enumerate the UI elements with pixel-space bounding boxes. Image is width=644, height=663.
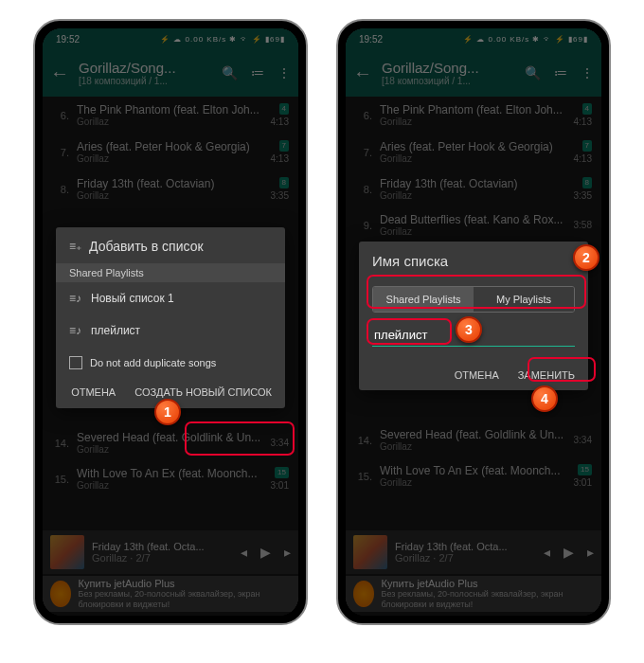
playlist-icon: ≡♪ (69, 324, 81, 337)
annotation-badge-3: 3 (456, 316, 482, 343)
dialog-title: Имя списка (372, 253, 448, 269)
replace-button[interactable]: ЗАМЕНИТЬ (518, 369, 575, 381)
playlist-item[interactable]: ≡♪Новый список 1 (56, 282, 285, 314)
cancel-button[interactable]: ОТМЕНА (455, 369, 499, 381)
playlist-icon: ≡♪ (69, 292, 81, 305)
checkbox-row[interactable]: Do not add duplicate songs (56, 347, 285, 379)
add-to-playlist-dialog: ≡₊Добавить в список Shared Playlists ≡♪Н… (56, 227, 285, 408)
phone-left: 19:52 ⚡ ☁ 0.00 KB/s ✱ ᯤ ⚡ ▮69▮ ← Gorilla… (33, 19, 308, 625)
cancel-button[interactable]: ОТМЕНА (71, 386, 116, 399)
screen: 19:52 ⚡ ☁ 0.00 KB/s ✱ ᯤ ⚡ ▮69▮ ← Gorilla… (346, 28, 601, 616)
playlist-add-icon: ≡₊ (69, 240, 81, 253)
checkbox-icon[interactable] (69, 356, 82, 369)
tab-shared-playlists[interactable]: Shared Playlists (373, 287, 474, 312)
create-new-list-button[interactable]: СОЗДАТЬ НОВЫЙ СПИСОК (134, 386, 272, 399)
section-header: Shared Playlists (56, 263, 285, 282)
playlist-item[interactable]: ≡♪плейлист (56, 314, 285, 347)
annotation-badge-2: 2 (573, 244, 599, 271)
annotation-badge-4: 4 (531, 385, 558, 412)
phone-right: 19:52 ⚡ ☁ 0.00 KB/s ✱ ᯤ ⚡ ▮69▮ ← Gorilla… (336, 19, 611, 625)
playlist-type-tabs: Shared Playlists My Playlists (372, 286, 575, 313)
tab-my-playlists[interactable]: My Playlists (474, 287, 574, 312)
playlist-name-dialog: Имя списка Shared Playlists My Playlists… (359, 242, 588, 390)
screen: 19:52 ⚡ ☁ 0.00 KB/s ✱ ᯤ ⚡ ▮69▮ ← Gorilla… (43, 28, 298, 616)
dialog-title: Добавить в список (89, 239, 204, 254)
annotation-badge-1: 1 (154, 399, 181, 425)
